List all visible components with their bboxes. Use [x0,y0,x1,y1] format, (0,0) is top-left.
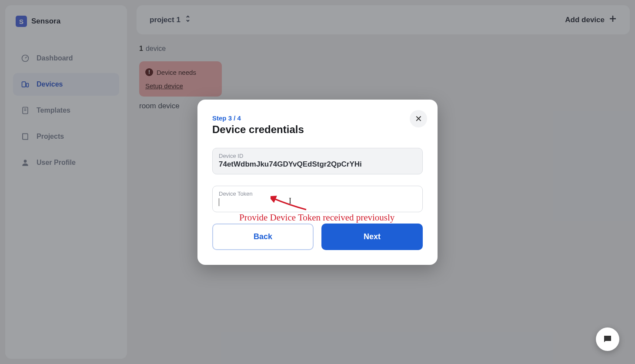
text-caret [219,198,219,206]
device-token-label: Device Token [219,190,416,197]
chat-icon [602,334,613,344]
close-button[interactable]: ✕ [410,110,427,127]
modal-step-label: Step 3 / 4 [212,114,423,122]
device-credentials-modal: ✕ Step 3 / 4 Device credentials Device I… [197,100,438,265]
chat-fab[interactable] [596,327,619,351]
modal-overlay[interactable]: ✕ Step 3 / 4 Device credentials Device I… [0,0,635,364]
device-id-field: Device ID 74etWdbmJku74GDYvQEdStgr2QpCrY… [212,148,423,174]
device-id-value[interactable]: 74etWdbmJku74GDYvQEdStgr2QpCrYHi [219,160,416,169]
close-icon: ✕ [415,114,422,124]
next-button[interactable]: Next [321,224,423,250]
back-button[interactable]: Back [212,224,314,250]
device-id-label: Device ID [219,153,416,159]
modal-button-row: Back Next [212,224,423,250]
modal-title: Device credentials [212,124,423,136]
device-token-field[interactable]: Device Token [212,186,423,212]
